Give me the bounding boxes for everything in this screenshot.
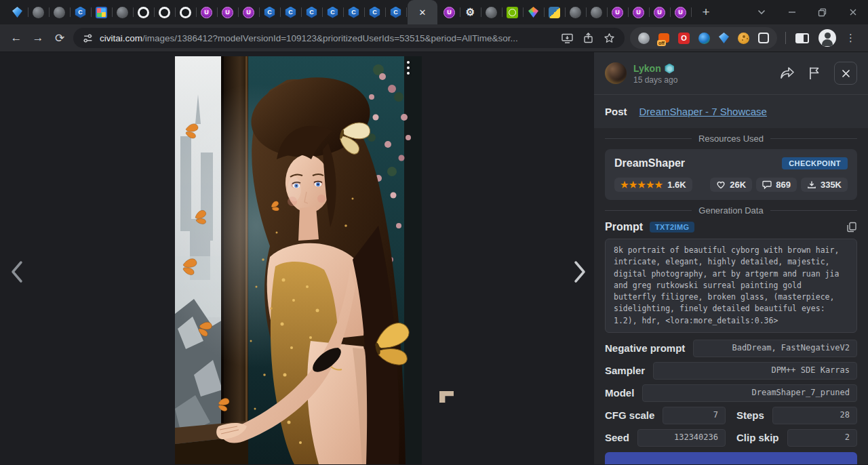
tab-github[interactable] bbox=[133, 0, 154, 24]
side-panel-icon[interactable] bbox=[795, 33, 809, 43]
u-badge-icon: U bbox=[675, 7, 686, 18]
chevron-right-icon bbox=[572, 260, 587, 283]
tab-globe[interactable] bbox=[112, 0, 133, 24]
resource-card[interactable]: DreamShaper CHECKPOINT ★★★★★ 1.6K 26K bbox=[605, 149, 857, 200]
post-time: 15 days ago bbox=[633, 75, 677, 85]
author-name[interactable]: Lykon bbox=[633, 63, 661, 75]
share-page-icon[interactable] bbox=[583, 33, 593, 43]
tab-civitai[interactable]: C bbox=[385, 0, 406, 24]
sampler-row: Sampler DPM++ SDE Karras bbox=[605, 362, 857, 380]
tab-gem-blue[interactable] bbox=[7, 0, 28, 24]
maximize-button[interactable] bbox=[807, 0, 837, 24]
panel-bottom-button[interactable] bbox=[605, 452, 857, 464]
tab-gear[interactable]: ⚙ bbox=[460, 0, 481, 24]
gem-multi-icon bbox=[528, 7, 538, 18]
rating-pill[interactable]: ★★★★★ 1.6K bbox=[614, 178, 692, 192]
resource-title[interactable]: DreamShaper bbox=[614, 157, 685, 169]
comments-pill[interactable]: 869 bbox=[756, 178, 797, 192]
extension-ext-earth[interactable] bbox=[698, 33, 710, 44]
clip-skip-value: 2 bbox=[787, 429, 857, 447]
tab-civitai[interactable]: C bbox=[301, 0, 322, 24]
send-to-device-icon[interactable] bbox=[561, 33, 573, 43]
flag-icon[interactable] bbox=[808, 66, 821, 80]
previous-image-button[interactable] bbox=[7, 258, 27, 285]
civitai-icon: C bbox=[327, 7, 338, 18]
hearts-pill[interactable]: 26K bbox=[710, 178, 752, 192]
tab-u-badge[interactable]: U bbox=[439, 0, 460, 24]
author-avatar[interactable] bbox=[605, 62, 627, 84]
tab-python[interactable] bbox=[544, 0, 565, 24]
window-controls bbox=[746, 0, 868, 24]
tab-u-badge[interactable]: U bbox=[238, 0, 259, 24]
tab-civitai[interactable]: C bbox=[364, 0, 385, 24]
minimize-button[interactable] bbox=[776, 0, 807, 24]
seed-value: 132340236 bbox=[637, 429, 726, 447]
tab-github[interactable] bbox=[175, 0, 196, 24]
browser-tab-strip: CUUUCCCCCCC ✕ U⚙UUUU + bbox=[0, 0, 868, 24]
tab-civitai[interactable]: C bbox=[70, 0, 91, 24]
chevron-left-icon bbox=[9, 260, 24, 283]
reload-button[interactable]: ⟳ bbox=[49, 27, 71, 49]
tab-search-chevron-icon[interactable] bbox=[746, 0, 776, 24]
tab-civitai[interactable]: C bbox=[343, 0, 364, 24]
tab-gem-multi[interactable] bbox=[523, 0, 544, 24]
civitai-icon: C bbox=[75, 7, 86, 18]
tab-u-badge[interactable]: U bbox=[217, 0, 238, 24]
image-options-menu[interactable] bbox=[402, 59, 414, 77]
profile-avatar[interactable] bbox=[818, 29, 836, 47]
post-link[interactable]: DreamShaper - 7 Showcase bbox=[639, 106, 767, 117]
tab-active[interactable]: ✕ bbox=[408, 0, 437, 24]
toolbar-right: ⋮ bbox=[777, 29, 863, 47]
extensions-bar: offO bbox=[630, 27, 777, 49]
bookmark-star-icon[interactable] bbox=[604, 33, 615, 43]
tab-store[interactable] bbox=[91, 0, 112, 24]
next-image-button[interactable] bbox=[570, 258, 590, 285]
tab-close-icon[interactable]: ✕ bbox=[419, 8, 427, 17]
seed-clip-row: Seed 132340236 Clip skip 2 bbox=[605, 429, 857, 447]
window-close-button[interactable] bbox=[837, 0, 868, 24]
copy-icon[interactable] bbox=[846, 222, 857, 232]
tab-civitai[interactable]: C bbox=[322, 0, 343, 24]
prompt-text[interactable]: 8k portrait of beautiful cyborg with bro… bbox=[605, 239, 857, 333]
tab-civitai[interactable]: C bbox=[259, 0, 280, 24]
ext-o-icon: O bbox=[678, 33, 690, 44]
forward-button[interactable]: → bbox=[27, 27, 49, 49]
extension-ext-cookie[interactable] bbox=[738, 33, 749, 44]
cfg-steps-row: CFG scale 7 Steps 28 bbox=[605, 407, 857, 424]
address-bar[interactable]: civitai.com/images/1386412?modelVersionI… bbox=[73, 28, 625, 48]
tab-globe[interactable] bbox=[565, 0, 586, 24]
back-button[interactable]: ← bbox=[5, 27, 27, 49]
u-badge-icon: U bbox=[222, 7, 233, 18]
generated-image: " bbox=[175, 56, 422, 464]
civitai-icon: C bbox=[285, 7, 296, 18]
browser-menu-icon[interactable]: ⋮ bbox=[846, 32, 856, 44]
extension-ext-o[interactable]: O bbox=[678, 33, 690, 44]
tab-globe[interactable] bbox=[481, 0, 502, 24]
tab-u-badge[interactable]: U bbox=[607, 0, 628, 24]
pinned-tabs-right: U⚙UUUU bbox=[439, 0, 691, 24]
tab-globe[interactable] bbox=[28, 0, 49, 24]
close-panel-button[interactable] bbox=[834, 62, 857, 85]
globe-icon bbox=[33, 7, 44, 18]
share-icon[interactable] bbox=[780, 66, 795, 80]
site-info-icon[interactable] bbox=[83, 33, 93, 43]
tab-globe[interactable] bbox=[49, 0, 70, 24]
downloads-pill[interactable]: 335K bbox=[801, 178, 848, 192]
off-badge: off bbox=[657, 40, 666, 46]
extension-ext-frame[interactable] bbox=[758, 33, 769, 43]
tab-nvidia[interactable] bbox=[502, 0, 523, 24]
tab-globe[interactable] bbox=[586, 0, 607, 24]
extension-ext-gem[interactable] bbox=[719, 33, 729, 43]
tab-github[interactable] bbox=[154, 0, 175, 24]
tab-u-badge[interactable]: U bbox=[649, 0, 670, 24]
extension-ext-off[interactable]: off bbox=[658, 33, 669, 43]
github-icon bbox=[138, 7, 149, 18]
tab-u-badge[interactable]: U bbox=[628, 0, 649, 24]
tab-u-badge[interactable]: U bbox=[196, 0, 217, 24]
negative-prompt-row: Negative prompt BadDream, FastNegativeV2 bbox=[605, 340, 857, 357]
extension-ext-globe[interactable] bbox=[638, 33, 650, 44]
tab-u-badge[interactable]: U bbox=[670, 0, 691, 24]
download-icon bbox=[807, 180, 816, 189]
new-tab-button[interactable]: + bbox=[696, 3, 715, 22]
tab-civitai[interactable]: C bbox=[280, 0, 301, 24]
